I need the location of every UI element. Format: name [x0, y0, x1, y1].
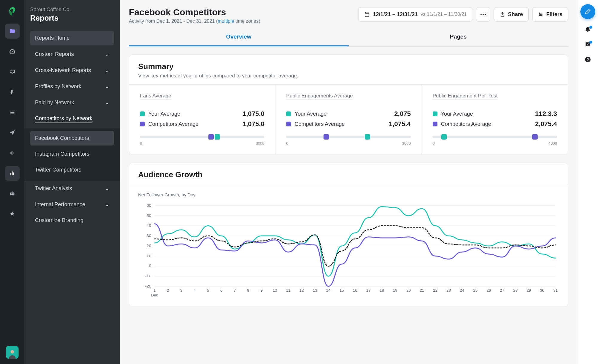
- svg-text:16: 16: [353, 289, 357, 293]
- sidebar-profiles-by-network[interactable]: Profiles by Network⌄: [30, 79, 114, 94]
- notification-dot: [589, 26, 592, 29]
- handle-comp[interactable]: [324, 134, 329, 140]
- sidebar-competitors-by-network[interactable]: Competitors by Network: [30, 111, 114, 127]
- sidebar-twitter-competitors[interactable]: Twitter Competitors: [30, 163, 114, 177]
- handle-comp[interactable]: [532, 134, 538, 140]
- sidebar-customize-branding[interactable]: Customize Branding: [30, 213, 114, 228]
- svg-text:31: 31: [553, 289, 558, 293]
- timezone-link[interactable]: multiple: [218, 19, 234, 24]
- svg-text:3: 3: [180, 289, 182, 293]
- activity-subtitle: Activity from Dec 1, 2021 - Dec 31, 2021…: [129, 19, 260, 24]
- svg-text:50: 50: [147, 213, 151, 218]
- nav-audio-icon[interactable]: [5, 146, 20, 160]
- share-button[interactable]: Share: [494, 7, 529, 22]
- share-icon: [500, 12, 505, 17]
- sidebar-reports-home[interactable]: Reports Home: [30, 31, 114, 45]
- svg-point-1: [480, 14, 482, 15]
- sprout-logo-icon: [7, 5, 18, 17]
- sidebar-custom-reports[interactable]: Custom Reports⌄: [30, 47, 114, 62]
- reports-sidebar: Sprout Coffee Co. Reports Reports Home C…: [24, 0, 120, 364]
- help-icon[interactable]: ?: [585, 56, 591, 64]
- date-range-button[interactable]: 12/1/21 – 12/31/21 vs 11/1/21 – 11/30/21: [358, 7, 472, 22]
- svg-text:0: 0: [149, 264, 151, 268]
- svg-text:17: 17: [366, 289, 371, 293]
- sidebar-instagram-competitors[interactable]: Instagram Competitors: [30, 147, 114, 161]
- nav-pin-icon[interactable]: [5, 85, 20, 100]
- chevron-down-icon: ⌄: [105, 99, 109, 106]
- summary-cell-title: Fans Average: [140, 93, 171, 100]
- svg-text:11: 11: [286, 289, 291, 293]
- legend-swatch-purple: [286, 122, 291, 126]
- metric-your: Your Average 1,075.0: [140, 110, 264, 118]
- ellipsis-icon: [480, 13, 486, 15]
- calendar-icon: [364, 11, 370, 17]
- org-name: Sprout Coffee Co.: [30, 7, 114, 13]
- nav-star-icon[interactable]: [5, 207, 20, 221]
- chevron-down-icon: ⌄: [105, 51, 109, 57]
- svg-text:8: 8: [247, 289, 249, 293]
- user-avatar[interactable]: [6, 346, 19, 359]
- sidebar-facebook-competitors[interactable]: Facebook Competitors: [30, 131, 114, 146]
- tab-pages[interactable]: Pages: [349, 28, 568, 46]
- compose-icon: [585, 8, 591, 15]
- legend-swatch-teal: [140, 111, 145, 116]
- summary-cell-title: Public Engagements Average: [286, 93, 353, 100]
- svg-text:?: ?: [587, 57, 589, 62]
- svg-text:10: 10: [273, 289, 277, 293]
- svg-text:14: 14: [326, 289, 331, 293]
- svg-text:19: 19: [393, 289, 397, 293]
- more-button[interactable]: [476, 7, 490, 22]
- filters-button[interactable]: Filters: [532, 7, 568, 22]
- handle-your[interactable]: [365, 134, 370, 140]
- growth-title: Audience Growth: [138, 170, 559, 179]
- nav-list-icon[interactable]: [5, 105, 20, 120]
- svg-text:5: 5: [207, 289, 209, 293]
- svg-text:23: 23: [446, 289, 451, 293]
- sidebar-twitter-analysis[interactable]: Twitter Analysis⌄: [30, 181, 114, 196]
- handle-your[interactable]: [215, 134, 220, 140]
- metric-your: Your Average 112.3.3: [433, 110, 557, 118]
- metric-your: Your Average 2,075: [286, 110, 411, 118]
- summary-title: Summary: [138, 62, 559, 71]
- compose-button[interactable]: [580, 4, 595, 19]
- svg-point-6: [540, 15, 541, 16]
- svg-text:10: 10: [147, 254, 151, 258]
- sidebar-section-title: Reports: [30, 14, 114, 22]
- notifications-icon[interactable]: [585, 26, 591, 34]
- svg-text:20: 20: [147, 244, 151, 248]
- sidebar-paid-by-network[interactable]: Paid by Network⌄: [30, 95, 114, 110]
- chevron-down-icon: ⌄: [105, 185, 109, 192]
- nav-inbox-icon[interactable]: [5, 64, 20, 79]
- feedback-icon[interactable]: [585, 41, 591, 49]
- main-content: Facebook Competitors Activity from Dec 1…: [120, 0, 577, 364]
- svg-point-5: [541, 14, 542, 15]
- page-title: Facebook Competitors: [129, 7, 260, 17]
- handle-comp[interactable]: [208, 134, 214, 140]
- sidebar-cross-network[interactable]: Cross-Network Reports⌄: [30, 63, 114, 78]
- svg-text:29: 29: [527, 289, 531, 293]
- svg-text:25: 25: [473, 289, 478, 293]
- right-rail: ?: [577, 0, 598, 364]
- svg-text:15: 15: [339, 289, 344, 293]
- nav-gauge-icon[interactable]: [5, 44, 20, 59]
- sidebar-internal-performance[interactable]: Internal Performance⌄: [30, 197, 114, 212]
- nav-send-icon[interactable]: [5, 125, 20, 140]
- legend-swatch-purple: [433, 122, 437, 126]
- svg-point-2: [483, 14, 484, 15]
- nav-reports-icon[interactable]: [5, 166, 20, 181]
- metric-comp: Competitors Average 1,075.0: [140, 120, 264, 128]
- svg-text:30: 30: [147, 234, 151, 238]
- tab-overview[interactable]: Overview: [129, 28, 349, 46]
- svg-text:20: 20: [406, 289, 411, 293]
- svg-text:28: 28: [513, 289, 518, 293]
- svg-text:4: 4: [193, 289, 196, 293]
- svg-text:2: 2: [167, 289, 169, 293]
- chevron-down-icon: ⌄: [105, 67, 109, 74]
- nav-bot-icon[interactable]: [5, 186, 20, 201]
- report-tabs: Overview Pages: [129, 28, 568, 47]
- handle-your[interactable]: [441, 134, 447, 140]
- nav-folder-icon[interactable]: [5, 24, 20, 39]
- range-bar: 03000: [140, 136, 264, 146]
- chevron-down-icon: ⌄: [105, 201, 109, 208]
- svg-text:24: 24: [460, 289, 464, 293]
